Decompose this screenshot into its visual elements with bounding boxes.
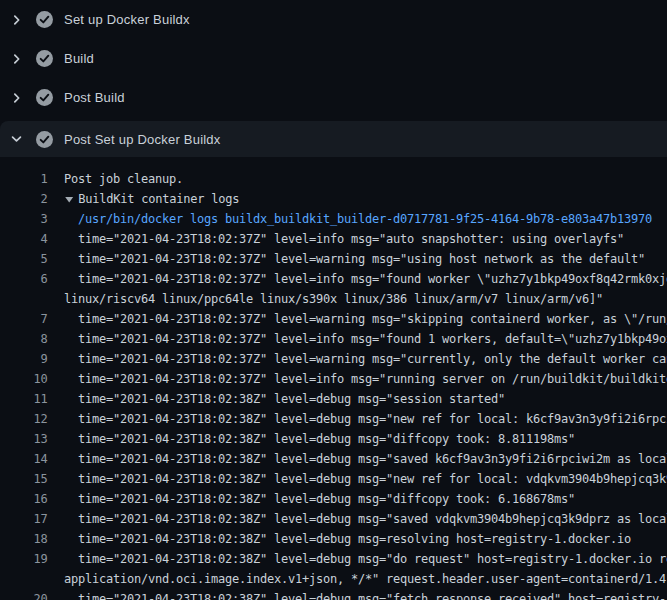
step-list: Set up Docker Buildx Build Post Build Po… (0, 0, 667, 157)
log-line: 9 time="2021-04-23T18:02:37Z" level=warn… (0, 349, 667, 369)
log-line-continuation: linux/riscv64 linux/ppc64le linux/s390x … (0, 289, 667, 309)
log-line: 8 time="2021-04-23T18:02:37Z" level=info… (0, 329, 667, 349)
check-circle-icon (36, 11, 53, 28)
log-line: 3 /usr/bin/docker logs buildx_buildkit_b… (0, 209, 667, 229)
log-line: 6 time="2021-04-23T18:02:37Z" level=info… (0, 269, 667, 289)
log-line-number[interactable]: 14 (0, 449, 48, 469)
check-circle-icon (36, 50, 53, 67)
log-line-text: time="2021-04-23T18:02:37Z" level=info m… (64, 369, 667, 389)
log-line-text: time="2021-04-23T18:02:38Z" level=debug … (64, 489, 575, 509)
log-line-number[interactable]: 16 (0, 489, 48, 509)
log-line: 17 time="2021-04-23T18:02:38Z" level=deb… (0, 509, 667, 529)
step-status-icon (36, 50, 53, 67)
log-line-text: time="2021-04-23T18:02:37Z" level=info m… (64, 229, 624, 249)
chevron-right-icon (9, 51, 24, 67)
log-line-text: time="2021-04-23T18:02:37Z" level=info m… (64, 329, 667, 349)
log-line-number[interactable]: 4 (0, 229, 48, 249)
step-title: Post Set up Docker Buildx (64, 132, 221, 147)
log-line-text: time="2021-04-23T18:02:38Z" level=debug … (64, 429, 575, 449)
log-line-number[interactable]: 8 (0, 329, 48, 349)
log-line-text: time="2021-04-23T18:02:38Z" level=debug … (64, 549, 667, 569)
step-title: Post Build (64, 90, 125, 105)
log-line: 11 time="2021-04-23T18:02:38Z" level=deb… (0, 389, 667, 409)
step-toggle-chevron[interactable] (9, 90, 24, 106)
step-status-icon (36, 89, 53, 106)
step-toggle-chevron[interactable] (9, 131, 24, 147)
log-line-text: time="2021-04-23T18:02:38Z" level=debug … (64, 409, 667, 429)
log-line: 13 time="2021-04-23T18:02:38Z" level=deb… (0, 429, 667, 449)
log-console: 1Post job cleanup.2 BuildKit container l… (0, 157, 667, 600)
check-circle-icon (36, 131, 53, 148)
log-line: 12 time="2021-04-23T18:02:38Z" level=deb… (0, 409, 667, 429)
log-line: 14 time="2021-04-23T18:02:38Z" level=deb… (0, 449, 667, 469)
workflow-log-viewer: Set up Docker Buildx Build Post Build Po… (0, 0, 667, 600)
log-line-text: time="2021-04-23T18:02:38Z" level=debug … (64, 509, 667, 529)
log-line-text: /usr/bin/docker logs buildx_buildkit_bui… (64, 209, 652, 229)
step-toggle-chevron[interactable] (9, 51, 24, 67)
log-line-text: application/vnd.oci.image.index.v1+json,… (64, 569, 667, 589)
log-line-text: time="2021-04-23T18:02:38Z" level=debug … (64, 529, 631, 549)
log-line-number[interactable]: 6 (0, 269, 48, 289)
log-line-number[interactable]: 19 (0, 549, 48, 569)
log-line-number[interactable]: 18 (0, 529, 48, 549)
group-collapse-triangle-icon[interactable] (65, 196, 73, 203)
log-line-number[interactable]: 10 (0, 369, 48, 389)
chevron-down-icon (9, 131, 24, 147)
log-line-text: time="2021-04-23T18:02:38Z" level=debug … (64, 589, 667, 600)
log-line-number[interactable]: 15 (0, 469, 48, 489)
log-line-text: time="2021-04-23T18:02:37Z" level=warnin… (64, 349, 667, 369)
log-line: 5 time="2021-04-23T18:02:37Z" level=warn… (0, 249, 667, 269)
log-line-number[interactable]: 9 (0, 349, 48, 369)
log-line: 4 time="2021-04-23T18:02:37Z" level=info… (0, 229, 667, 249)
log-line-number[interactable]: 20 (0, 589, 48, 600)
log-group-title: BuildKit container logs (78, 189, 239, 209)
step-title: Set up Docker Buildx (64, 12, 190, 27)
log-line: 16 time="2021-04-23T18:02:38Z" level=deb… (0, 489, 667, 509)
chevron-right-icon (9, 12, 24, 28)
log-group-header: BuildKit container logs (64, 189, 239, 209)
log-line-number[interactable]: 5 (0, 249, 48, 269)
log-line-text: time="2021-04-23T18:02:38Z" level=debug … (64, 449, 667, 469)
log-line: 1Post job cleanup. (0, 169, 667, 189)
step-header-post-set-up-docker-buildx[interactable]: Post Set up Docker Buildx (0, 121, 667, 157)
step-title: Build (64, 51, 94, 66)
log-line: 19 time="2021-04-23T18:02:38Z" level=deb… (0, 549, 667, 569)
log-line-number[interactable]: 12 (0, 409, 48, 429)
step-header-build[interactable]: Build (0, 39, 667, 78)
log-line: 2 BuildKit container logs (0, 189, 667, 209)
log-line-text: time="2021-04-23T18:02:37Z" level=warnin… (64, 309, 667, 329)
log-line-text: time="2021-04-23T18:02:38Z" level=debug … (64, 389, 505, 409)
log-line-text: time="2021-04-23T18:02:37Z" level=warnin… (64, 249, 645, 269)
log-line-number[interactable]: 7 (0, 309, 48, 329)
step-status-icon (36, 11, 53, 28)
log-line-number[interactable]: 1 (0, 169, 48, 189)
log-line-number[interactable]: 3 (0, 209, 48, 229)
log-line: 15 time="2021-04-23T18:02:38Z" level=deb… (0, 469, 667, 489)
check-circle-icon (36, 89, 53, 106)
log-line-continuation: application/vnd.oci.image.index.v1+json,… (0, 569, 667, 589)
log-line-text: linux/riscv64 linux/ppc64le linux/s390x … (64, 289, 603, 309)
log-line: 7 time="2021-04-23T18:02:37Z" level=warn… (0, 309, 667, 329)
log-line-text: Post job cleanup. (64, 169, 183, 189)
chevron-right-icon (9, 90, 24, 106)
log-line: 18 time="2021-04-23T18:02:38Z" level=deb… (0, 529, 667, 549)
step-header-set-up-docker-buildx[interactable]: Set up Docker Buildx (0, 0, 667, 39)
step-toggle-chevron[interactable] (9, 12, 24, 28)
log-line-text: time="2021-04-23T18:02:38Z" level=debug … (64, 469, 667, 489)
log-line-number[interactable]: 17 (0, 509, 48, 529)
step-header-post-build[interactable]: Post Build (0, 78, 667, 117)
log-line: 10 time="2021-04-23T18:02:37Z" level=inf… (0, 369, 667, 389)
step-status-icon (36, 131, 53, 148)
log-line-number[interactable]: 11 (0, 389, 48, 409)
log-line-number[interactable]: 2 (0, 189, 48, 209)
log-line-text: time="2021-04-23T18:02:37Z" level=info m… (64, 269, 667, 289)
log-line-number[interactable]: 13 (0, 429, 48, 449)
log-line: 20 time="2021-04-23T18:02:38Z" level=deb… (0, 589, 667, 600)
